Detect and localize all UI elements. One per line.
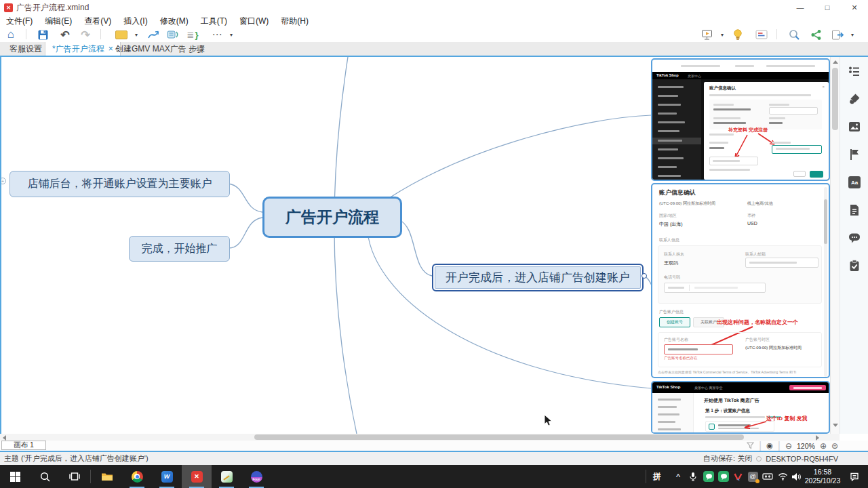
topic-after-account-open[interactable]: 开户完成后，进入店铺广告创建账户: [432, 264, 644, 291]
canvas-vertical-scrollbar[interactable]: [830, 57, 840, 434]
attached-image-account-confirm-form[interactable]: 账户信息确认 (UTC-09:00) 阿拉斯加标准时间 线上电商/其他 国家/地…: [651, 183, 830, 378]
zoom-fit-button[interactable]: ⊜: [831, 441, 838, 451]
attached-image-account-confirm-dark[interactable]: TikTok Shop 卖家中心 账户信息确认 × 补充资: [651, 58, 830, 181]
scroll-up-icon[interactable]: [833, 60, 838, 64]
window-title: 广告开户流程.xmind: [16, 2, 89, 14]
scroll-down-icon[interactable]: [833, 424, 838, 427]
search-button[interactable]: [787, 27, 802, 42]
tray-volume-icon[interactable]: [789, 465, 803, 488]
taskbar-foun-app[interactable]: Foun: [241, 465, 271, 488]
taskbar-search-button[interactable]: [30, 465, 60, 488]
tiktok-header: TikTok Shop 卖家中心 商家学堂: [652, 382, 830, 393]
taskbar-blue-app[interactable]: W: [152, 465, 182, 488]
zoom-in-button[interactable]: ⊕: [820, 441, 827, 451]
relationship-button[interactable]: [146, 27, 161, 42]
email-input[interactable]: [772, 145, 822, 154]
tab-customer-service[interactable]: 客服设置: [3, 42, 49, 56]
presentation-button[interactable]: [700, 27, 715, 42]
hscroll-thumb[interactable]: [254, 434, 744, 440]
minimize-button[interactable]: —: [787, 0, 814, 15]
comment-icon[interactable]: [848, 232, 861, 244]
save-button[interactable]: [35, 27, 50, 42]
redo-button[interactable]: ↷: [79, 27, 92, 42]
confirm-button[interactable]: [810, 171, 823, 178]
scroll-left-icon[interactable]: [3, 435, 6, 441]
image-icon[interactable]: [848, 121, 861, 133]
mindmap-canvas[interactable]: 广告开户流程 店铺后台，将开通账户设置为主要账户 完成，开始推广 开户完成后，进…: [0, 57, 840, 434]
cancel-button[interactable]: [793, 171, 806, 177]
ad-name-error: 广告账号名称已存在: [664, 356, 698, 361]
ad-name-input[interactable]: [664, 344, 733, 354]
windows-logo-icon: [10, 472, 20, 482]
inner-scrollbar[interactable]: [824, 187, 827, 377]
vscroll-thumb[interactable]: [832, 68, 838, 130]
share-button[interactable]: [808, 27, 823, 42]
task-icon[interactable]: [848, 260, 861, 272]
phone-input[interactable]: [709, 157, 758, 165]
canvas-horizontal-scrollbar[interactable]: [0, 434, 840, 441]
start-button[interactable]: [0, 465, 30, 488]
style-button[interactable]: [114, 27, 129, 42]
menu-modify[interactable]: 修改(M): [154, 16, 195, 27]
maximize-button[interactable]: □: [814, 0, 841, 15]
presentation-caret-icon[interactable]: ▾: [719, 27, 726, 42]
tray-time: 16:58: [814, 468, 831, 476]
notes-icon[interactable]: [848, 204, 861, 216]
collapse-handle-icon[interactable]: [642, 273, 647, 279]
tiktok-brand: TikTok Shop: [656, 385, 680, 389]
export-caret-icon[interactable]: ▾: [849, 27, 856, 42]
zoom-out-button[interactable]: ⊖: [785, 441, 792, 451]
topic-store-backend[interactable]: 店铺后台，将开通账户设置为主要账户: [9, 171, 230, 197]
tray-wifi-icon[interactable]: [776, 465, 789, 488]
sheet-tab-canvas1[interactable]: 画布 1: [1, 441, 46, 450]
filter-icon[interactable]: [747, 442, 754, 449]
menu-insert[interactable]: 插入(I): [117, 16, 153, 27]
style-caret-icon[interactable]: ▾: [133, 27, 140, 42]
taskbar-explorer[interactable]: [92, 465, 122, 488]
taskbar-xmind-active[interactable]: ✕: [182, 465, 212, 488]
tab-gmv-max[interactable]: 创建GMV MAX广告 步骤: [108, 42, 212, 56]
email-input[interactable]: [745, 258, 818, 268]
action-center-icon[interactable]: [846, 465, 863, 488]
taskbar-chrome[interactable]: [122, 465, 152, 488]
marker-flag-icon[interactable]: [848, 148, 861, 161]
menu-edit[interactable]: 编辑(E): [39, 16, 78, 27]
more-button[interactable]: ⋯: [210, 27, 224, 42]
tray-projector-icon[interactable]: [761, 465, 774, 488]
export-button[interactable]: [830, 27, 845, 42]
attached-image-start-ads[interactable]: TikTok Shop 卖家中心 商家学堂 开始使用 TikTok 商店广告 第…: [651, 381, 830, 434]
tray-mic-icon[interactable]: [686, 465, 700, 488]
tray-chevron-up-icon[interactable]: ^: [671, 465, 685, 488]
scroll-right-icon[interactable]: [816, 435, 819, 441]
tab-create-account[interactable]: 创建账号: [659, 317, 690, 327]
tray-wechat-icon[interactable]: [701, 465, 716, 488]
central-topic[interactable]: 广告开户流程: [262, 197, 402, 238]
tray-red-v-icon[interactable]: [731, 465, 745, 488]
menu-help[interactable]: 帮助(H): [275, 16, 315, 27]
menu-file[interactable]: 文件(F): [0, 16, 39, 27]
ime-indicator[interactable]: 拼: [650, 465, 665, 488]
menu-view[interactable]: 查看(V): [78, 16, 117, 27]
menu-window[interactable]: 窗口(W): [233, 16, 275, 27]
phone-input[interactable]: [664, 283, 766, 293]
summary-button[interactable]: [165, 27, 180, 42]
format-brush-icon[interactable]: [848, 93, 861, 105]
tray-at-icon[interactable]: @: [746, 465, 760, 488]
close-button[interactable]: ✕: [841, 0, 868, 15]
menu-tools[interactable]: 工具(T): [195, 16, 233, 27]
label-icon[interactable]: Aa: [848, 176, 861, 188]
topic-complete-promote[interactable]: 完成，开始推广: [129, 236, 230, 262]
tray-wechat2-icon[interactable]: [716, 465, 731, 488]
id-checkbox-icon[interactable]: [709, 424, 715, 430]
tray-clock[interactable]: 16:58 2025/10/23: [803, 465, 842, 488]
taskbar-paint-app[interactable]: [212, 465, 241, 488]
outline-button[interactable]: ≣ }: [184, 27, 201, 42]
note-button[interactable]: [754, 27, 769, 42]
more-caret-icon[interactable]: ▾: [228, 27, 235, 42]
idea-button[interactable]: [731, 27, 745, 42]
undo-button[interactable]: ↶: [58, 27, 72, 42]
structure-icon[interactable]: [848, 65, 861, 77]
home-icon[interactable]: ⌂: [4, 27, 18, 42]
task-view-button[interactable]: [60, 465, 90, 488]
eye-icon[interactable]: ◉: [766, 441, 773, 450]
